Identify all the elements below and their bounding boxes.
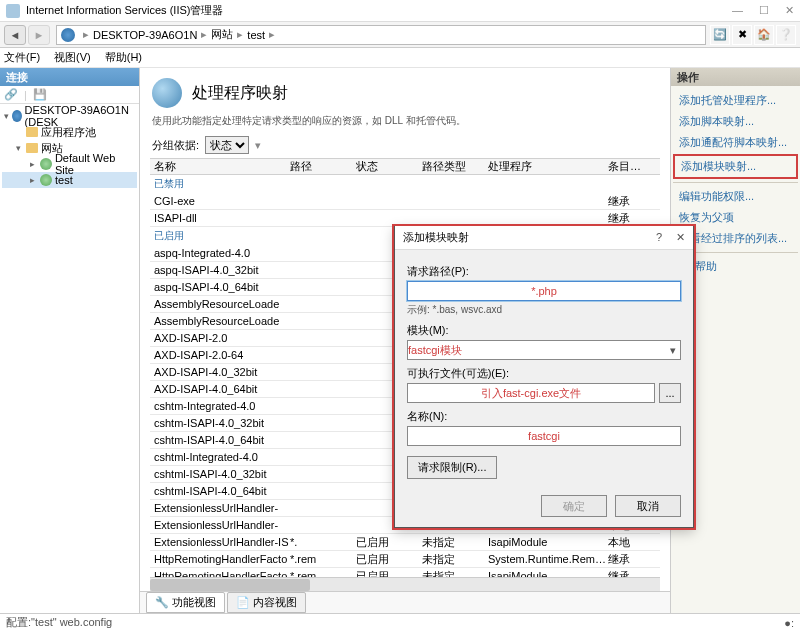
- request-path-hint: 示例: *.bas, wsvc.axd: [407, 303, 681, 317]
- dialog-title-bar: 添加模块映射 ? ✕: [395, 226, 693, 250]
- status-bar: 配置:"test" web.config ●:: [0, 613, 800, 631]
- window-title-bar: Internet Information Services (IIS)管理器 —…: [0, 0, 800, 22]
- actions-header: 操作: [671, 68, 800, 86]
- tree-default-site[interactable]: ▸ Default Web Site: [2, 156, 137, 172]
- view-tabs: 🔧功能视图 📄内容视图: [140, 591, 670, 613]
- tree-host[interactable]: ▾ DESKTOP-39A6O1N (DESK: [2, 108, 137, 124]
- table-row[interactable]: ExtensionlessUrlHandler-IS*.已启用 未指定Isapi…: [150, 534, 660, 551]
- tree-connect-icon[interactable]: 🔗: [4, 88, 18, 101]
- breadcrumb-sites[interactable]: 网站: [211, 27, 233, 42]
- stop-button[interactable]: ✖: [732, 25, 752, 45]
- menu-bar: 文件(F) 视图(V) 帮助(H): [0, 48, 800, 68]
- horizontal-scrollbar[interactable]: [150, 577, 660, 591]
- window-title: Internet Information Services (IIS)管理器: [26, 3, 223, 18]
- nav-forward-button[interactable]: ►: [28, 25, 50, 45]
- refresh-button[interactable]: 🔄: [710, 25, 730, 45]
- action-link[interactable]: 添加模块映射...: [673, 154, 798, 179]
- site-icon: [40, 174, 52, 186]
- tab-content[interactable]: 📄内容视图: [227, 592, 306, 613]
- folder-icon: [26, 127, 38, 137]
- request-path-label: 请求路径(P):: [407, 264, 681, 279]
- nav-back-button[interactable]: ◄: [4, 25, 26, 45]
- connections-panel: 连接 🔗 | 💾 ▾ DESKTOP-39A6O1N (DESK 应用程序池 ▾…: [0, 68, 140, 613]
- site-icon: [40, 158, 52, 170]
- menu-help[interactable]: 帮助(H): [105, 50, 142, 65]
- browse-button[interactable]: ...: [659, 383, 681, 403]
- executable-label: 可执行文件(可选)(E):: [407, 366, 681, 381]
- folder-icon: [26, 143, 38, 153]
- action-link[interactable]: 添加脚本映射...: [673, 111, 798, 132]
- home-button[interactable]: 🏠: [754, 25, 774, 45]
- name-input[interactable]: [407, 426, 681, 446]
- minimize-button[interactable]: —: [732, 4, 743, 17]
- menu-view[interactable]: 视图(V): [54, 50, 91, 65]
- status-config: 配置:"test" web.config: [6, 615, 112, 630]
- add-module-mapping-dialog: 添加模块映射 ? ✕ 请求路径(P): 示例: *.bas, wsvc.axd …: [394, 226, 694, 528]
- breadcrumb[interactable]: ▸ DESKTOP-39A6O1N ▸ 网站 ▸ test ▸: [56, 25, 706, 45]
- name-label: 名称(N):: [407, 409, 681, 424]
- dialog-help-button[interactable]: ?: [656, 231, 662, 244]
- server-icon: [61, 28, 75, 42]
- table-row[interactable]: HttpRemotingHandlerFacto*.rem已启用 未指定Isap…: [150, 568, 660, 577]
- request-path-input[interactable]: [407, 281, 681, 301]
- executable-input[interactable]: [407, 383, 655, 403]
- dialog-close-button[interactable]: ✕: [676, 231, 685, 244]
- table-row[interactable]: HttpRemotingHandlerFacto*.rem已启用 未指定Syst…: [150, 551, 660, 568]
- help-button[interactable]: ❔: [776, 25, 796, 45]
- connections-tree: ▾ DESKTOP-39A6O1N (DESK 应用程序池 ▾ 网站 ▸ Def…: [0, 104, 139, 192]
- center-panel: 处理程序映射 使用此功能指定处理特定请求类型的响应的资源，如 DLL 和托管代码…: [140, 68, 670, 613]
- action-link[interactable]: 添加托管处理程序...: [673, 90, 798, 111]
- tree-save-icon[interactable]: 💾: [33, 88, 47, 101]
- table-row[interactable]: ISAPI-dll 继承: [150, 210, 660, 227]
- tab-features[interactable]: 🔧功能视图: [146, 592, 225, 613]
- ok-button[interactable]: 确定: [541, 495, 607, 517]
- status-right: ●:: [784, 617, 794, 629]
- module-label: 模块(M):: [407, 323, 681, 338]
- request-restrictions-button[interactable]: 请求限制(R)...: [407, 456, 497, 479]
- module-select[interactable]: fastcgi模块 ▾: [407, 340, 681, 360]
- page-desc: 使用此功能指定处理特定请求类型的响应的资源，如 DLL 和托管代码。: [140, 114, 670, 134]
- section-disabled[interactable]: 已禁用: [150, 175, 660, 193]
- table-row[interactable]: CGI-exe 继承: [150, 193, 660, 210]
- chevron-down-icon: ▾: [666, 344, 680, 357]
- handler-mapping-icon: [152, 78, 182, 108]
- menu-file[interactable]: 文件(F): [4, 50, 40, 65]
- iis-icon: [6, 4, 20, 18]
- grid-header[interactable]: 名称 路径 状态 路径类型 处理程序 条目类型: [150, 158, 660, 175]
- group-select[interactable]: 状态: [205, 136, 249, 154]
- breadcrumb-site[interactable]: test: [247, 29, 265, 41]
- close-button[interactable]: ✕: [785, 4, 794, 17]
- connections-header: 连接: [0, 68, 139, 86]
- breadcrumb-host[interactable]: DESKTOP-39A6O1N: [93, 29, 197, 41]
- nav-bar: ◄ ► ▸ DESKTOP-39A6O1N ▸ 网站 ▸ test ▸ 🔄 ✖ …: [0, 22, 800, 48]
- action-link[interactable]: 编辑功能权限...: [673, 186, 798, 207]
- page-title: 处理程序映射: [192, 83, 288, 104]
- action-link[interactable]: 添加通配符脚本映射...: [673, 132, 798, 153]
- dialog-title: 添加模块映射: [403, 230, 469, 245]
- server-icon: [12, 110, 22, 122]
- cancel-button[interactable]: 取消: [615, 495, 681, 517]
- action-link[interactable]: 恢复为父项: [673, 207, 798, 228]
- maximize-button[interactable]: ☐: [759, 4, 769, 17]
- group-label: 分组依据:: [152, 138, 199, 153]
